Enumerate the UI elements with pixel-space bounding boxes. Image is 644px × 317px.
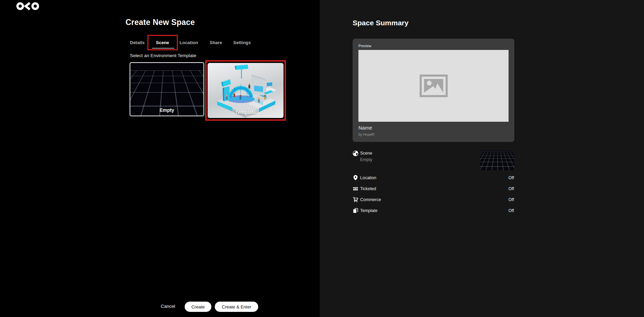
empty-grid-floor	[130, 62, 204, 70]
create-space-screen: { "colors": { "accent_red": "#d31d1d", "…	[0, 0, 644, 317]
globe-icon	[353, 150, 358, 158]
page-title: Create New Space	[126, 18, 195, 27]
preview-image-area	[358, 50, 509, 122]
summary-row-commerce-value: Off	[500, 197, 514, 202]
tab-location[interactable]: Location	[180, 40, 198, 45]
cancel-button[interactable]: Cancel	[161, 304, 175, 309]
summary-row-ticketed-value: Off	[500, 186, 514, 191]
tab-settings[interactable]: Settings	[233, 40, 251, 45]
location-pin-icon	[353, 175, 358, 182]
image-placeholder-icon	[420, 75, 448, 97]
summary-row-template-value: Off	[500, 208, 514, 213]
scene-thumbnail	[480, 151, 514, 170]
cart-icon	[353, 197, 358, 204]
summary-row-ticketed-label: Ticketed	[360, 186, 376, 191]
summary-row-location-label: Location	[360, 175, 376, 180]
environment-template-section-label: Select an Environment Template	[130, 53, 196, 58]
space-summary-panel: Space Summary Preview Name by HopeR Scen…	[320, 0, 644, 317]
create-and-enter-button[interactable]: Create & Enter	[215, 302, 258, 312]
space-author: by HopeR	[358, 132, 374, 136]
oko-logo[interactable]	[16, 2, 39, 12]
environment-template-empty[interactable]: Empty	[130, 62, 204, 116]
copy-icon	[353, 208, 358, 215]
environment-template-template[interactable]: Template	[208, 63, 284, 118]
summary-row-template-label: Template	[360, 208, 378, 213]
space-name: Name	[358, 125, 372, 131]
summary-row-location-value: Off	[500, 175, 514, 180]
active-tab-underline	[152, 48, 174, 49]
summary-row-scene-label: Scene	[360, 151, 372, 156]
summary-row-scene-value: Empty	[360, 157, 372, 162]
create-button[interactable]: Create	[185, 302, 211, 312]
empty-template-label: Empty	[130, 107, 203, 113]
preview-card: Preview Name by HopeR	[353, 39, 514, 142]
ticket-icon	[353, 186, 358, 193]
preview-label: Preview	[358, 44, 371, 48]
summary-row-commerce-label: Commerce	[360, 197, 381, 202]
tab-scene[interactable]: Scene	[156, 40, 169, 45]
tab-share[interactable]: Share	[210, 40, 222, 45]
oko-logo-icon	[16, 2, 39, 10]
summary-title: Space Summary	[353, 19, 408, 27]
scene-thumbnail-grid	[480, 151, 514, 151]
tab-details[interactable]: Details	[130, 40, 145, 45]
template-template-label: Template	[208, 110, 284, 115]
